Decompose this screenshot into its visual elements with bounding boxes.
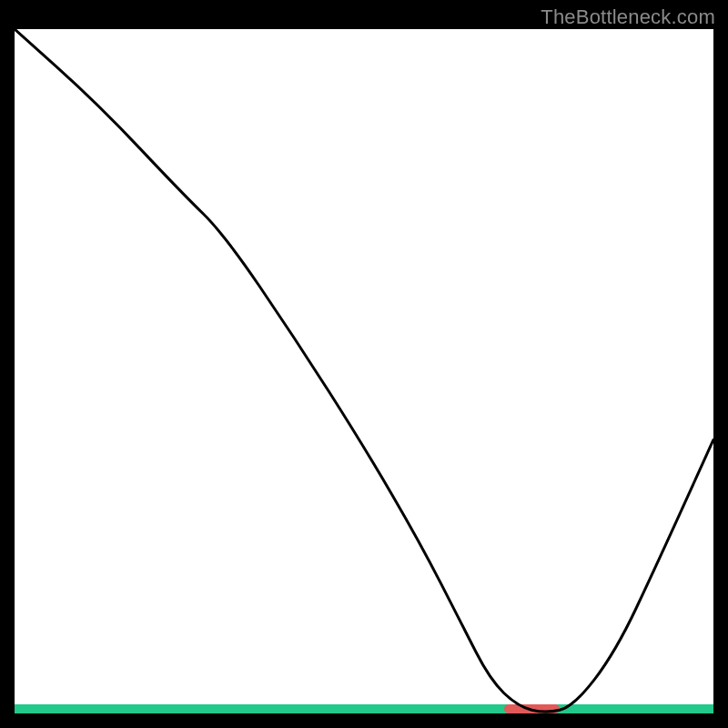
watermark-text: TheBottleneck.com	[541, 5, 715, 29]
plot-area	[15, 29, 713, 713]
baseline-strip	[15, 704, 713, 713]
highlight-marker	[504, 704, 560, 713]
chart-frame: TheBottleneck.com	[0, 0, 728, 728]
background-gradient	[15, 29, 713, 713]
